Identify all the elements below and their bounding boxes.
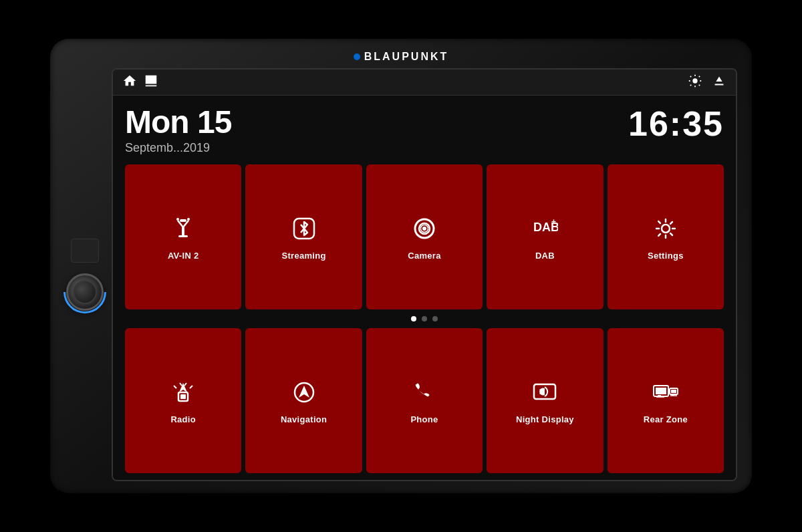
date-left: Mon 15 Septemb...2019 <box>125 106 231 155</box>
app-label-navigation: Navigation <box>281 414 327 424</box>
app-tile-rear-zone[interactable]: Rear Zone <box>608 328 724 473</box>
svg-rect-22 <box>180 394 186 399</box>
night-display-icon <box>531 379 558 409</box>
topbar-left <box>122 74 158 91</box>
app-tile-night-display[interactable]: Night Display <box>487 328 603 473</box>
device: BLAUPUNKT <box>50 39 752 493</box>
svg-rect-1 <box>182 227 184 237</box>
time-display: 16:35 <box>628 106 724 141</box>
date-main: Mon 15 <box>125 106 231 138</box>
phone-icon <box>411 379 438 409</box>
screen-icon[interactable] <box>144 74 158 91</box>
dab-icon: DAB + <box>531 215 558 245</box>
svg-point-5 <box>176 218 179 221</box>
app-label-night-display: Night Display <box>516 414 574 424</box>
svg-marker-24 <box>299 386 309 398</box>
app-label-radio: Radio <box>170 414 196 424</box>
app-tile-streaming[interactable]: Streaming <box>245 164 362 309</box>
svg-rect-7 <box>178 235 188 237</box>
svg-point-15 <box>662 225 670 233</box>
svg-line-20 <box>184 383 186 386</box>
app-label-dab: DAB <box>535 251 555 261</box>
app-tile-settings[interactable]: Settings <box>608 164 724 309</box>
svg-rect-27 <box>656 388 666 394</box>
app-tile-av-in2[interactable]: AV-IN 2 <box>125 164 241 309</box>
bluetooth-icon <box>291 215 317 245</box>
app-label-rear-zone: Rear Zone <box>644 414 688 424</box>
svg-line-19 <box>190 386 192 388</box>
eject-icon[interactable] <box>712 74 726 91</box>
brand-dot <box>354 53 360 60</box>
small-control-box <box>71 239 99 263</box>
apps-section: AV-IN 2 Streaming <box>125 164 724 473</box>
brand-name: BLAUPUNKT <box>364 51 449 63</box>
navigation-icon <box>291 379 317 409</box>
apps-row-1: AV-IN 2 Streaming <box>125 164 724 309</box>
topbar-right <box>688 74 726 91</box>
screen-topbar <box>113 70 736 96</box>
dot-2[interactable] <box>432 316 438 321</box>
svg-rect-31 <box>671 390 676 393</box>
radio-icon <box>170 379 196 409</box>
datetime-row: Mon 15 Septemb...2019 16:35 <box>125 106 724 155</box>
app-label-av-in2: AV-IN 2 <box>168 251 199 261</box>
svg-point-6 <box>187 218 190 221</box>
app-label-phone: Phone <box>410 414 438 424</box>
app-tile-phone[interactable]: Phone <box>366 328 483 473</box>
antenna-icon <box>170 215 196 245</box>
camera-icon <box>411 215 438 245</box>
volume-knob[interactable] <box>66 273 104 311</box>
page-dots <box>125 313 724 324</box>
dot-1[interactable] <box>422 316 427 321</box>
brand-bar: BLAUPUNKT <box>65 51 737 63</box>
app-tile-dab[interactable]: DAB + DAB <box>487 164 603 309</box>
app-label-camera: Camera <box>408 251 441 261</box>
svg-point-11 <box>422 227 426 231</box>
brightness-icon[interactable] <box>688 74 702 91</box>
left-panel <box>65 68 105 481</box>
dot-0[interactable] <box>411 316 416 321</box>
home-icon[interactable] <box>122 74 137 91</box>
svg-line-17 <box>174 386 176 388</box>
date-sub: Septemb...2019 <box>125 141 231 155</box>
device-body: Mon 15 Septemb...2019 16:35 <box>65 68 737 481</box>
svg-line-18 <box>180 383 182 386</box>
screen-main: Mon 15 Septemb...2019 16:35 <box>113 96 736 480</box>
knob-ring <box>55 262 116 323</box>
app-label-streaming: Streaming <box>281 251 325 261</box>
app-tile-radio[interactable]: Radio <box>125 328 241 473</box>
rear-zone-icon <box>652 379 679 409</box>
app-label-settings: Settings <box>648 251 684 261</box>
apps-row-2: Radio Navigation <box>125 328 724 473</box>
svg-text:+: + <box>551 217 556 227</box>
svg-point-0 <box>692 78 697 83</box>
screen: Mon 15 Septemb...2019 16:35 <box>112 68 737 481</box>
gear-icon <box>652 215 679 245</box>
app-tile-camera[interactable]: Camera <box>366 164 483 309</box>
svg-rect-4 <box>180 219 186 222</box>
app-tile-navigation[interactable]: Navigation <box>245 328 362 473</box>
